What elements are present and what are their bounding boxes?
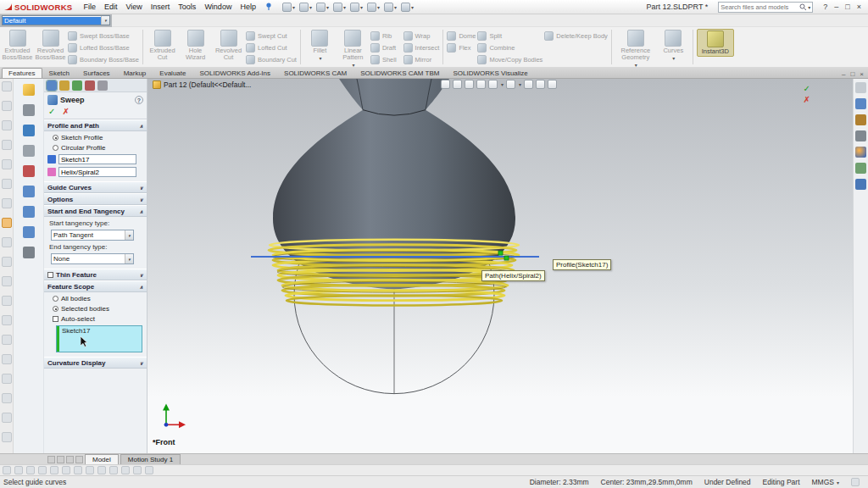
bottom-toolbar-icon[interactable] xyxy=(121,466,130,474)
select-button[interactable] xyxy=(365,2,381,13)
cancel-button[interactable] xyxy=(62,107,69,116)
section-feature-scope[interactable]: Feature Scope xyxy=(44,280,147,292)
revolved-boss-base-button[interactable]: Revolved Boss/Base xyxy=(35,29,66,62)
rib-button[interactable]: Rib xyxy=(370,30,397,41)
graphics-area[interactable]: Part 12 (Default<<Default... Profile(Ske… xyxy=(147,79,853,453)
help-button[interactable]: ? xyxy=(820,3,831,11)
dimxpert-manager-tab-icon[interactable] xyxy=(85,80,95,91)
document-minimize-button[interactable] xyxy=(839,70,848,78)
undo-button[interactable] xyxy=(348,2,364,13)
flex-button[interactable]: Flex xyxy=(447,42,476,53)
bottom-toolbar-icon[interactable] xyxy=(3,466,11,474)
tab-solidworks-cam[interactable]: SOLIDWORKS CAM xyxy=(277,68,353,78)
history-icon[interactable] xyxy=(23,104,35,116)
bottom-toolbar-icon[interactable] xyxy=(86,466,94,474)
start-tangency-select[interactable]: Path Tangent xyxy=(51,230,134,241)
dome-button[interactable]: Dome xyxy=(447,30,476,41)
left-toolbar-icon[interactable] xyxy=(2,296,12,306)
print-button[interactable] xyxy=(331,2,348,13)
filmstrip-icon[interactable] xyxy=(57,456,64,463)
auto-select-checkbox[interactable]: Auto-select xyxy=(53,315,143,323)
active-sweep-tool-icon[interactable] xyxy=(2,218,12,228)
rebuild-button[interactable] xyxy=(382,2,398,13)
path-field[interactable] xyxy=(58,167,136,177)
mirror-button[interactable]: Mirror xyxy=(403,54,440,64)
selection-handle[interactable] xyxy=(504,256,509,260)
display-style-icon[interactable] xyxy=(506,80,515,89)
section-options[interactable]: Options xyxy=(44,193,147,205)
document-restore-button[interactable] xyxy=(848,70,857,78)
section-guide-curves[interactable]: Guide Curves xyxy=(44,181,147,193)
part-tree-icon[interactable] xyxy=(23,84,35,96)
design-library-icon[interactable] xyxy=(855,114,866,125)
bottom-toolbar-icon[interactable] xyxy=(50,466,58,474)
right-plane-icon[interactable] xyxy=(23,226,35,238)
confirm-ok-button[interactable] xyxy=(804,84,810,93)
help-icon[interactable]: ? xyxy=(135,96,143,104)
tab-markup[interactable]: Markup xyxy=(117,68,153,78)
left-toolbar-icon[interactable] xyxy=(2,354,12,364)
tab-solidworks-visualize[interactable]: SOLIDWORKS Visualize xyxy=(446,68,534,78)
menu-edit[interactable]: Edit xyxy=(100,2,122,12)
edit-appearance-icon[interactable] xyxy=(536,80,545,89)
feature-scope-list[interactable]: Sketch17 xyxy=(56,325,142,352)
hole-wizard-button[interactable]: Hole Wizard xyxy=(180,29,211,62)
linear-pattern-button[interactable]: Linear Pattern xyxy=(337,29,369,69)
maximize-button[interactable] xyxy=(842,3,853,11)
delete-keep-body-button[interactable]: Delete/Keep Body xyxy=(544,30,607,41)
left-toolbar-icon[interactable] xyxy=(2,257,12,267)
tab-solidworks-cam-tbm[interactable]: SOLIDWORKS CAM TBM xyxy=(353,68,446,78)
tab-surfaces[interactable]: Surfaces xyxy=(76,68,117,78)
custom-properties-icon[interactable] xyxy=(855,163,866,174)
section-thin-feature[interactable]: Thin Feature xyxy=(44,269,147,280)
swept-cut-button[interactable]: Swept Cut xyxy=(246,30,297,41)
filmstrip-icon[interactable] xyxy=(47,456,55,463)
lofted-boss-base-button[interactable]: Lofted Boss/Base xyxy=(68,42,139,53)
options-button[interactable] xyxy=(399,2,415,13)
move-copy-bodies-button[interactable]: Move/Copy Bodies xyxy=(477,54,542,64)
tab-sketch[interactable]: Sketch xyxy=(42,68,76,78)
extruded-cut-button[interactable]: Extruded Cut xyxy=(147,29,178,62)
left-toolbar-icon[interactable] xyxy=(2,335,12,345)
section-view-icon[interactable] xyxy=(476,80,486,89)
zoom-fit-icon[interactable] xyxy=(441,80,450,89)
view-orientation-icon[interactable] xyxy=(488,80,498,89)
left-toolbar-icon[interactable] xyxy=(2,413,12,423)
configuration-dropdown[interactable]: Default xyxy=(2,15,110,25)
left-toolbar-icon[interactable] xyxy=(2,237,12,247)
document-close-button[interactable] xyxy=(857,70,866,78)
annotations-icon[interactable] xyxy=(23,145,35,157)
split-button[interactable]: Split xyxy=(477,30,542,41)
thin-feature-checkbox[interactable] xyxy=(47,272,53,278)
tab-motion-study[interactable]: Motion Study 1 xyxy=(120,454,181,464)
display-manager-tab-icon[interactable] xyxy=(72,80,82,91)
menu-file[interactable]: File xyxy=(79,2,100,12)
material-icon[interactable] xyxy=(23,165,35,177)
reference-geometry-button[interactable]: Reference Geometry xyxy=(615,29,656,69)
bottom-toolbar-icon[interactable] xyxy=(74,466,82,474)
left-toolbar-icon[interactable] xyxy=(2,198,12,208)
shell-button[interactable]: Shell xyxy=(370,54,397,64)
zoom-area-icon[interactable] xyxy=(453,80,462,89)
ok-button[interactable] xyxy=(48,107,55,116)
instant3d-button[interactable]: Instant3D xyxy=(697,29,734,57)
menu-tools[interactable]: Tools xyxy=(174,2,200,12)
lofted-cut-button[interactable]: Lofted Cut xyxy=(246,42,297,53)
section-curvature-display[interactable]: Curvature Display xyxy=(44,357,147,369)
view-settings-icon[interactable] xyxy=(548,80,557,89)
solidworks-forum-icon[interactable] xyxy=(855,179,866,190)
minimize-button[interactable] xyxy=(831,3,842,11)
expand-task-pane-icon[interactable] xyxy=(855,82,866,93)
boundary-boss-base-button[interactable]: Boundary Boss/Base xyxy=(68,54,139,64)
boundary-cut-button[interactable]: Boundary Cut xyxy=(246,54,297,64)
revolved-cut-button[interactable]: Revolved Cut xyxy=(213,29,244,62)
curves-button[interactable]: Curves xyxy=(658,29,689,62)
left-toolbar-icon[interactable] xyxy=(2,179,12,189)
profile-field[interactable] xyxy=(58,154,136,164)
radio-selected-bodies[interactable]: Selected bodies xyxy=(53,305,143,313)
appearances-icon[interactable] xyxy=(855,147,866,158)
menu-help[interactable]: Help xyxy=(236,2,260,12)
radio-sketch-profile[interactable]: Sketch Profile xyxy=(53,134,143,141)
tab-evaluate[interactable]: Evaluate xyxy=(153,68,192,78)
search-input[interactable] xyxy=(721,3,799,11)
